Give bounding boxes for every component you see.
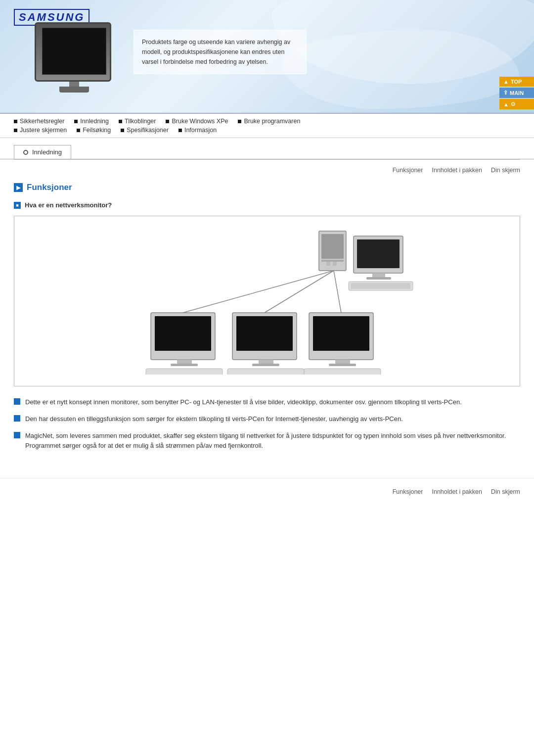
top-arrow-icon: ▲ (503, 79, 509, 85)
section-heading-icon: ▶ (14, 183, 23, 192)
svg-rect-3 (333, 262, 337, 266)
nav-innledning[interactable]: Innledning (74, 118, 109, 125)
sub-heading-icon: ■ (14, 202, 21, 209)
pagination-bottom: Funksjoner Innholdet i pakken Din skjerm (0, 478, 534, 500)
nav-justere-skjermen[interactable]: Justere skjermen (14, 127, 67, 134)
sub-heading: ■ Hva er en nettverksmonitor? (14, 201, 520, 209)
svg-rect-1 (321, 234, 344, 259)
banner: SAMSUNG Produktets farge og utseende kan… (0, 0, 534, 114)
svg-rect-27 (329, 364, 356, 366)
pagination-bottom-funksjoner-link[interactable]: Funksjoner (393, 488, 423, 495)
svg-rect-6 (357, 239, 400, 268)
svg-rect-10 (351, 283, 410, 289)
bullet-icon (14, 432, 20, 438)
pagination-top: Funksjoner Innholdet i pakken Din skjerm (0, 160, 534, 178)
svg-line-12 (265, 271, 334, 313)
section-heading: ▶ Funksjoner (14, 183, 520, 192)
section-title: Funksjoner (27, 183, 72, 192)
list-item: Den har dessuten en tilleggsfunksjon som… (14, 414, 520, 424)
top-button[interactable]: ▲ TOP (499, 77, 534, 87)
main-button[interactable]: ⇪ MAIN (499, 88, 534, 98)
diagram-box (14, 216, 520, 386)
svg-rect-2 (326, 262, 330, 266)
nav-spesifikasjoner[interactable]: Spesifikasjoner (121, 127, 169, 134)
banner-text: Produktets farge og utseende kan variere… (134, 30, 307, 74)
svg-rect-4 (321, 260, 344, 262)
tab-innledning[interactable]: Innledning (14, 145, 71, 159)
network-diagram (106, 226, 428, 376)
nav-bullet-icon (178, 129, 182, 132)
nav-bullet-icon (14, 129, 17, 132)
svg-rect-7 (372, 273, 385, 277)
bullet-icon (14, 398, 20, 405)
svg-rect-8 (366, 277, 391, 280)
svg-rect-25 (313, 316, 369, 351)
svg-rect-21 (259, 360, 273, 364)
pagination-din-skjerm-link[interactable]: Din skjerm (491, 167, 520, 174)
nav-sikkerhetsregler[interactable]: Sikkerhetsregler (14, 118, 64, 125)
tab-dot-icon (23, 150, 28, 155)
tab-section: Innledning (0, 138, 534, 159)
svg-rect-28 (304, 369, 381, 375)
nav-bullet-icon (74, 120, 78, 123)
pagination-bottom-din-skjerm-link[interactable]: Din skjerm (491, 488, 520, 495)
svg-rect-23 (227, 369, 304, 375)
svg-line-13 (334, 271, 341, 313)
svg-rect-18 (146, 369, 222, 375)
bullet-list: Dette er et nytt konsept innen monitorer… (14, 397, 520, 451)
nav-row2: Justere skjermen Feilsøking Spesifikasjo… (14, 127, 520, 134)
nav-row1: Sikkerhetsregler Innledning Tilkoblinger… (14, 118, 520, 125)
nav-bullet-icon (14, 120, 17, 123)
back-button[interactable]: ▲ ⊙ (499, 99, 534, 109)
pagination-bottom-innholdet-link[interactable]: Innholdet i pakken (432, 488, 482, 495)
svg-rect-16 (177, 360, 192, 364)
nav-programvaren[interactable]: Bruke programvaren (238, 118, 300, 125)
sub-heading-text: Hva er en nettverksmonitor? (25, 201, 112, 209)
sidebar-buttons: ▲ TOP ⇪ MAIN ▲ ⊙ (499, 77, 534, 109)
svg-line-11 (183, 271, 334, 313)
main-icon: ⇪ (503, 90, 508, 96)
nav-tilkoblinger[interactable]: Tilkoblinger (119, 118, 156, 125)
nav-bullet-icon (119, 120, 122, 123)
nav-bullet-icon (77, 129, 80, 132)
bullet-icon (14, 415, 20, 422)
svg-rect-15 (155, 316, 211, 351)
nav-bar: Sikkerhetsregler Innledning Tilkoblinger… (0, 114, 534, 138)
nav-bullet-icon (121, 129, 124, 132)
pagination-funksjoner-link[interactable]: Funksjoner (393, 167, 423, 174)
nav-bullet-icon (238, 120, 241, 123)
svg-rect-22 (252, 364, 279, 366)
main-content: ▶ Funksjoner ■ Hva er en nettverksmonito… (0, 178, 534, 473)
nav-bullet-icon (166, 120, 169, 123)
pagination-innholdet-link[interactable]: Innholdet i pakken (432, 167, 482, 174)
list-item: Dette er et nytt konsept innen monitorer… (14, 397, 520, 407)
list-item: MagicNet, som leveres sammen med produkt… (14, 431, 520, 451)
nav-informasjon[interactable]: Informasjon (178, 127, 217, 134)
svg-rect-20 (236, 316, 293, 351)
nav-feilsoking[interactable]: Feilsøking (77, 127, 111, 134)
back-icon: ▲ (503, 101, 509, 107)
nav-windows-xpe[interactable]: Bruke Windows XPe (166, 118, 228, 125)
svg-rect-26 (335, 360, 350, 364)
svg-rect-17 (171, 364, 198, 366)
monitor-illustration (30, 22, 119, 104)
